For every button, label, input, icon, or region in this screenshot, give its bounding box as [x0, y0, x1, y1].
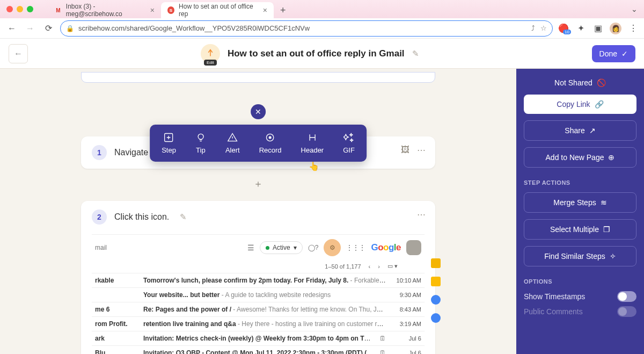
- public-comments-toggle[interactable]: [617, 306, 636, 317]
- check-icon: ✓: [621, 49, 628, 58]
- reader-icon[interactable]: ▣: [592, 23, 603, 33]
- done-button[interactable]: Done ✓: [592, 45, 635, 62]
- browser-tab-scribe[interactable]: S How to set an out of office rep ×: [161, 2, 274, 18]
- insert-gif-button[interactable]: GIF: [333, 130, 364, 156]
- mail-subject: Invitation: Q3 OBP - Content @ Mon Jul 1…: [143, 349, 374, 354]
- select-multiple-button[interactable]: Select Multiple ❐: [524, 219, 636, 240]
- page-add-icon: ⊕: [608, 153, 614, 162]
- close-tab-icon[interactable]: ×: [150, 6, 155, 15]
- button-label: Merge Steps: [553, 198, 596, 207]
- image-icon[interactable]: 🖼: [401, 145, 409, 155]
- link-icon: 🔗: [595, 100, 604, 109]
- share-status-label: Not Shared: [554, 78, 592, 87]
- find-similar-button[interactable]: Find Similar Steps ✧: [524, 246, 636, 266]
- minimize-window-icon[interactable]: [17, 6, 23, 12]
- gmail-side-icons: [431, 258, 441, 323]
- edit-title-icon[interactable]: ✎: [412, 49, 419, 59]
- extension-scribe-icon[interactable]: 🔴10: [558, 23, 569, 33]
- apps-icon: ⋮⋮⋮: [346, 244, 365, 251]
- add-step-button[interactable]: ＋: [250, 177, 266, 190]
- tune-icon: ☰: [247, 243, 254, 252]
- title-area: Edit How to set an out of office reply i…: [28, 44, 592, 63]
- profile-avatar-icon[interactable]: 👩: [610, 23, 621, 34]
- nav-back-button[interactable]: ←: [5, 24, 18, 33]
- screenshot-preview: mail ☰ Active ▾ ◯? ⚙ ⋮⋮⋮ Google 1–50 of …: [92, 234, 425, 354]
- toggle-label: Show Timestamps: [524, 292, 585, 301]
- mail-subject: Invitation: Metrics check-in (weekly) @ …: [143, 335, 374, 342]
- mail-time: Jul 6: [391, 335, 421, 342]
- lock-icon: 🔒: [66, 25, 74, 32]
- step-card-actions: ⋯: [417, 209, 426, 220]
- bookmark-icon[interactable]: ☆: [540, 24, 547, 32]
- share-button[interactable]: Share ↗: [524, 120, 636, 141]
- more-icon[interactable]: ⋯: [417, 145, 426, 155]
- add-to-page-button[interactable]: Add to New Page ⊕: [524, 147, 636, 168]
- address-bar[interactable]: 🔒 scribehow.com/shared/Google_Workflow__…: [60, 20, 553, 37]
- done-label: Done: [599, 49, 617, 58]
- mail-row: me 6Re: Pages and the power of / - Aweso…: [92, 302, 425, 316]
- cursor-icon: 👆: [309, 161, 319, 171]
- calendar-icon: 🗓: [379, 335, 386, 342]
- insert-label: Alert: [225, 146, 240, 154]
- button-label: Add to New Page: [546, 153, 604, 162]
- close-insert-button[interactable]: ✕: [251, 104, 266, 119]
- app-header: ← Edit How to set an out of office reply…: [0, 39, 644, 69]
- insert-block-popup: ✕ Step Tip Alert 👆 Record: [150, 104, 367, 162]
- gmail-pager: 1–50 of 1,177 ‹ › ▭ ▾: [92, 261, 425, 273]
- browser-tab-inbox[interactable]: M Inbox (3) - meg@scribehow.co ×: [48, 2, 161, 18]
- new-tab-button[interactable]: +: [276, 3, 290, 18]
- copy-link-button[interactable]: Copy Link 🔗: [524, 95, 636, 114]
- browser-tab-strip: M Inbox (3) - meg@scribehow.co × S How t…: [0, 0, 644, 18]
- show-timestamps-toggle[interactable]: [617, 291, 636, 302]
- mail-time: Jul 6: [391, 350, 421, 354]
- mail-subject: Your website... but better - A guide to …: [143, 291, 386, 299]
- insert-label: Record: [259, 146, 282, 154]
- insert-tip-button[interactable]: Tip: [186, 130, 216, 156]
- app-back-button[interactable]: ←: [9, 44, 28, 63]
- not-shared-icon: 🚫: [597, 78, 606, 87]
- insert-label: GIF: [343, 146, 355, 154]
- status-pill: Active ▾: [260, 241, 303, 254]
- insert-alert-button[interactable]: Alert 👆: [216, 130, 250, 156]
- insert-step-button[interactable]: Step: [152, 130, 186, 156]
- insert-record-button[interactable]: Record: [250, 130, 291, 156]
- merge-steps-button[interactable]: Merge Steps ≋: [524, 192, 636, 213]
- mail-row: Your website... but better - A guide to …: [92, 287, 425, 302]
- extensions-icon[interactable]: ✦: [575, 23, 586, 33]
- app-body: 1 Navigate to 🖼 ⋯ ＋ 2 Click this icon. ✎…: [0, 69, 644, 354]
- right-panel: Not Shared 🚫 Copy Link 🔗 Share ↗ Add to …: [516, 69, 644, 354]
- close-window-icon[interactable]: [6, 6, 13, 12]
- gmail-header-mock: mail ☰ Active ▾ ◯? ⚙ ⋮⋮⋮ Google: [92, 235, 425, 261]
- browser-menu-icon[interactable]: ⋮: [628, 23, 639, 33]
- share-page-icon[interactable]: ⤴: [531, 24, 535, 32]
- edit-step-icon[interactable]: ✎: [180, 212, 187, 222]
- gmail-label: mail: [95, 244, 107, 251]
- step-card-2[interactable]: 2 Click this icon. ✎ ⋯ mail ☰ Active ▾ ◯…: [81, 201, 435, 354]
- close-tab-icon[interactable]: ×: [263, 6, 267, 15]
- mail-time: 9:30 AM: [391, 292, 421, 298]
- more-icon[interactable]: ⋯: [417, 209, 426, 220]
- record-icon: [265, 132, 276, 143]
- mail-count: 1–50 of 1,177: [325, 263, 361, 270]
- tab-overflow-icon[interactable]: ⌄: [631, 5, 638, 13]
- gmail-rows: rkableTomorrow's lunch, please confirm b…: [92, 273, 425, 354]
- toggle-label: Public Comments: [524, 307, 583, 316]
- mail-time: 3:19 AM: [391, 321, 421, 327]
- reload-button[interactable]: ⟳: [42, 23, 55, 33]
- mail-sender: rom Profit.: [95, 320, 138, 328]
- mail-subject: Tomorrow's lunch, please confirm by 2pm …: [143, 277, 386, 284]
- options-heading: OPTIONS: [524, 278, 636, 285]
- target-icon: ✧: [610, 252, 616, 261]
- share-status: Not Shared 🚫: [524, 78, 636, 87]
- browser-tabs: M Inbox (3) - meg@scribehow.co × S How t…: [48, 0, 290, 18]
- maximize-window-icon[interactable]: [27, 6, 33, 12]
- insert-header-button[interactable]: Header: [291, 130, 334, 156]
- mail-subject: retention live training and q&a - Hey th…: [143, 320, 386, 328]
- button-label: Find Similar Steps: [544, 252, 605, 261]
- mail-row: rom Profit.retention live training and q…: [92, 316, 425, 331]
- account-avatar-icon: [406, 240, 421, 255]
- document-title[interactable]: How to set an out of office reply in Gma…: [228, 48, 405, 59]
- alert-icon: [227, 132, 238, 143]
- lightbulb-icon: [195, 132, 206, 143]
- step-text[interactable]: Click this icon.: [114, 212, 169, 222]
